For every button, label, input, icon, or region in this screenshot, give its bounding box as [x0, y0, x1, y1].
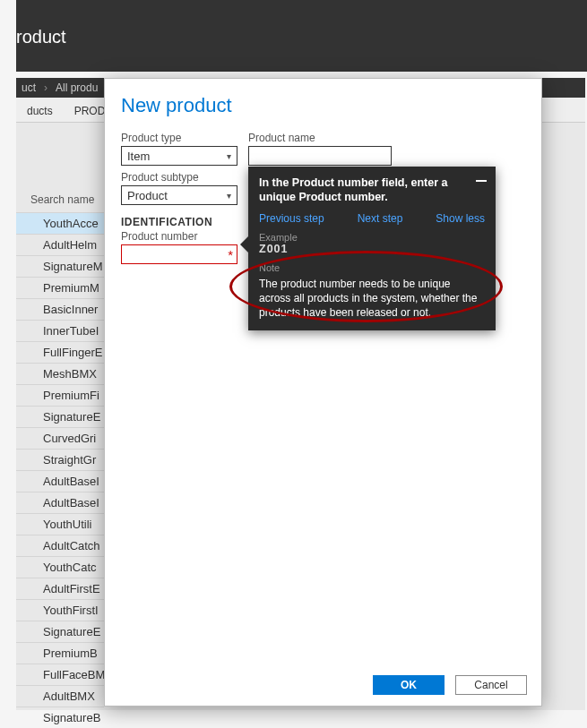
- table-row[interactable]: FullFaceBM: [16, 664, 104, 685]
- table-row[interactable]: BasicInner: [16, 298, 104, 320]
- page-title: roduct: [16, 27, 66, 47]
- chevron-right-icon: ›: [41, 81, 50, 94]
- product-subtype-label: Product subtype: [121, 171, 237, 184]
- minimize-icon[interactable]: [476, 180, 487, 191]
- breadcrumb-item[interactable]: uct: [16, 79, 41, 97]
- product-type-value: Item: [127, 150, 150, 163]
- product-type-label: Product type: [121, 132, 237, 144]
- table-row[interactable]: StraightGr: [16, 449, 104, 470]
- product-type-select[interactable]: Item ▾: [121, 146, 237, 166]
- cancel-button[interactable]: Cancel: [455, 675, 527, 695]
- table-row[interactable]: SignatureM: [16, 255, 104, 277]
- table-row[interactable]: PremiumFi: [16, 384, 104, 406]
- chevron-down-icon: ▾: [227, 191, 231, 201]
- example-label: Example: [259, 232, 485, 243]
- grid-column-header[interactable]: Search name: [27, 188, 117, 211]
- table-row[interactable]: AdultCatch: [16, 535, 104, 556]
- chevron-down-icon: ▾: [227, 151, 231, 161]
- product-subtype-value: Product: [127, 189, 168, 202]
- product-name-input[interactable]: [248, 146, 392, 166]
- table-row[interactable]: AdultBMX: [16, 685, 104, 707]
- table-row[interactable]: SignatureE: [16, 621, 104, 642]
- callout-arrow-icon: [240, 236, 248, 253]
- table-row[interactable]: MeshBMX: [16, 363, 104, 384]
- app-header: roduct: [16, 0, 587, 72]
- breadcrumb-item[interactable]: All produ: [50, 79, 103, 97]
- table-row[interactable]: SignatureE: [16, 406, 104, 427]
- table-row[interactable]: AdultHelm: [16, 234, 104, 255]
- note-label: Note: [259, 262, 485, 273]
- table-row[interactable]: PremiumB: [16, 642, 104, 664]
- grid-rows-container: YouthAcce AdultHelm SignatureM PremiumM …: [16, 212, 104, 728]
- table-row[interactable]: YouthAcce: [16, 212, 104, 234]
- table-row[interactable]: YouthCatc: [16, 556, 104, 578]
- table-row[interactable]: YouthUtili: [16, 513, 104, 535]
- product-number-input[interactable]: *: [121, 244, 237, 264]
- product-subtype-select[interactable]: Product ▾: [121, 185, 237, 205]
- tab-item[interactable]: ducts: [16, 100, 64, 122]
- example-value: Z001: [259, 243, 485, 255]
- table-row[interactable]: PremiumM: [16, 277, 104, 298]
- show-less-link[interactable]: Show less: [436, 212, 485, 225]
- callout-title: In the Product number field, enter a uni…: [259, 176, 485, 205]
- table-row[interactable]: AdultBaseI: [16, 492, 104, 513]
- note-text: The product number needs to be unique ac…: [259, 277, 485, 321]
- table-row[interactable]: YouthFirstI: [16, 599, 104, 621]
- table-row[interactable]: InnerTubeI: [16, 320, 104, 341]
- dialog-title: New product: [105, 79, 541, 126]
- product-name-label: Product name: [248, 132, 392, 144]
- table-row[interactable]: CurvedGri: [16, 427, 104, 449]
- next-step-link[interactable]: Next step: [358, 212, 403, 225]
- required-asterisk-icon: *: [228, 247, 233, 262]
- table-row[interactable]: SignatureB: [16, 707, 104, 728]
- ok-button[interactable]: OK: [373, 675, 445, 695]
- table-row[interactable]: FullFingerE: [16, 341, 104, 363]
- table-row[interactable]: AdultBaseI: [16, 470, 104, 492]
- task-guide-callout: In the Product number field, enter a uni…: [248, 167, 496, 330]
- previous-step-link[interactable]: Previous step: [259, 212, 324, 225]
- table-row[interactable]: AdultFirstE: [16, 578, 104, 599]
